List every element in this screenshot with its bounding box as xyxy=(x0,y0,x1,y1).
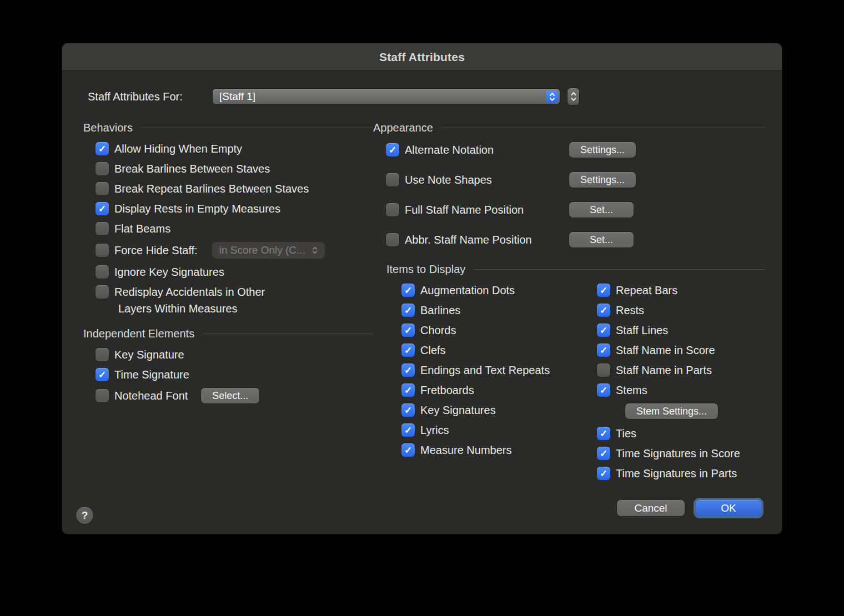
row-rests: ✓Rests xyxy=(569,304,765,317)
chevron-up-down-icon xyxy=(549,92,555,102)
checkbox-label: Alternate Notation xyxy=(405,143,569,156)
row-key-signature: Key Signature xyxy=(83,348,373,361)
force-hide-staff-select[interactable]: in Score Only (C... xyxy=(212,242,325,259)
repeat-bars-checkbox[interactable]: ✓ xyxy=(597,284,610,297)
redisplay-accidentals-in-other-checkbox[interactable] xyxy=(96,285,109,299)
alternate-notation-checkbox[interactable]: ✓ xyxy=(386,143,399,156)
staff-stepper[interactable] xyxy=(567,88,579,105)
barlines-checkbox[interactable]: ✓ xyxy=(401,304,415,317)
staff-name-in-score-checkbox[interactable]: ✓ xyxy=(597,344,610,357)
behaviors-list: ✓Allow Hiding When EmptyBreak Barlines B… xyxy=(83,142,373,315)
checkbox-label: Display Rests in Empty Measures xyxy=(114,202,280,215)
staff-lines-checkbox[interactable]: ✓ xyxy=(597,324,610,337)
independent-elements-title: Independent Elements xyxy=(83,327,194,340)
stem-settings-button[interactable]: Stem Settings... xyxy=(625,403,718,419)
row-barlines: ✓Barlines xyxy=(373,304,569,317)
row-repeat-bars: ✓Repeat Bars xyxy=(569,284,765,297)
behaviors-section-header: Behaviors xyxy=(83,122,373,134)
row-stems: ✓Stems xyxy=(569,383,765,397)
help-button[interactable]: ? xyxy=(76,507,93,524)
row-time-signatures-in-score: ✓Time Signatures in Score xyxy=(569,447,765,460)
row-display-rests-in-empty-measures: ✓Display Rests in Empty Measures xyxy=(83,202,373,215)
select-button[interactable]: Select... xyxy=(201,388,259,403)
section-divider xyxy=(140,128,373,128)
checkbox-label: Time Signatures in Score xyxy=(616,447,740,460)
checkbox-label: Key Signatures xyxy=(420,403,496,417)
checkbox-label: Chords xyxy=(420,324,456,337)
footer-buttons: Cancel OK xyxy=(617,500,761,516)
set-button[interactable]: Set... xyxy=(569,202,634,218)
set-button[interactable]: Set... xyxy=(569,232,634,248)
behaviors-title: Behaviors xyxy=(83,122,133,134)
key-signatures-checkbox[interactable]: ✓ xyxy=(401,403,415,417)
checkbox-label: Staff Lines xyxy=(616,324,668,337)
row-chords: ✓Chords xyxy=(373,324,569,337)
lyrics-checkbox[interactable]: ✓ xyxy=(401,423,415,437)
checkbox-label: Staff Name in Score xyxy=(616,344,715,357)
row-force-hide-staff: Force Hide Staff:in Score Only (C... xyxy=(83,242,373,259)
measure-numbers-checkbox[interactable]: ✓ xyxy=(401,443,415,457)
checkbox-label: Rests xyxy=(616,304,644,317)
allow-hiding-when-empty-checkbox[interactable]: ✓ xyxy=(96,142,109,155)
items-to-display-title: Items to Display xyxy=(386,263,465,276)
items-to-display-left-list: ✓Augmentation Dots✓Barlines✓Chords✓Clefs… xyxy=(373,284,569,487)
key-signature-checkbox[interactable] xyxy=(96,348,109,361)
row-alternate-notation: ✓Alternate NotationSettings... xyxy=(373,142,765,158)
stepper-chevron-up-down-icon xyxy=(570,90,577,103)
settings-button[interactable]: Settings... xyxy=(569,172,636,188)
row-ignore-key-signatures: Ignore Key Signatures xyxy=(83,265,373,279)
time-signatures-in-parts-checkbox[interactable]: ✓ xyxy=(597,467,610,480)
checkbox-label-line2: Layers Within Measures xyxy=(114,302,265,315)
time-signature-checkbox[interactable]: ✓ xyxy=(96,368,109,381)
dialog-content: Staff Attributes For: [Staff 1] Behavior… xyxy=(62,71,782,487)
time-signatures-in-score-checkbox[interactable]: ✓ xyxy=(597,447,610,460)
checkbox-label: Ties xyxy=(616,427,636,440)
settings-button[interactable]: Settings... xyxy=(569,142,636,158)
row-break-repeat-barlines-between-staves: Break Repeat Barlines Between Staves xyxy=(83,182,373,195)
row-staff-name-in-parts: Staff Name in Parts xyxy=(569,363,765,377)
row-break-barlines-between-staves: Break Barlines Between Staves xyxy=(83,162,373,175)
checkbox-label: Full Staff Name Position xyxy=(405,203,569,216)
row-lyrics: ✓Lyrics xyxy=(373,423,569,437)
staff-name-in-parts-checkbox[interactable] xyxy=(597,363,610,377)
ignore-key-signatures-checkbox[interactable] xyxy=(96,265,109,279)
checkbox-label: Repeat Bars xyxy=(616,284,677,297)
chords-checkbox[interactable]: ✓ xyxy=(401,324,415,337)
row-use-note-shapes: Use Note ShapesSettings... xyxy=(373,172,765,188)
display-rests-in-empty-measures-checkbox[interactable]: ✓ xyxy=(96,202,109,215)
abbr-staff-name-position-checkbox[interactable] xyxy=(386,233,399,246)
notehead-font-checkbox[interactable] xyxy=(96,389,109,402)
force-hide-staff-checkbox[interactable] xyxy=(96,244,109,257)
rests-checkbox[interactable]: ✓ xyxy=(597,304,610,317)
use-note-shapes-checkbox[interactable] xyxy=(386,173,399,186)
stems-checkbox[interactable]: ✓ xyxy=(597,383,610,397)
titlebar[interactable]: Staff Attributes xyxy=(62,43,782,71)
dialog-columns: Behaviors ✓Allow Hiding When EmptyBreak … xyxy=(62,122,782,487)
checkbox-label: Clefs xyxy=(420,344,446,357)
endings-and-text-repeats-checkbox[interactable]: ✓ xyxy=(401,363,415,377)
checkbox-label: Allow Hiding When Empty xyxy=(114,142,242,155)
row-key-signatures: ✓Key Signatures xyxy=(373,403,569,417)
select-value: in Score Only (C... xyxy=(219,244,305,256)
flat-beams-checkbox[interactable] xyxy=(96,222,109,235)
full-staff-name-position-checkbox[interactable] xyxy=(386,203,399,216)
items-to-display-section-header: Items to Display xyxy=(373,263,765,276)
checkbox-label: Staff Name in Parts xyxy=(616,363,712,377)
row-time-signature: ✓Time Signature xyxy=(83,368,373,381)
staff-selector-popup[interactable]: [Staff 1] xyxy=(213,89,560,104)
fretboards-checkbox[interactable]: ✓ xyxy=(401,383,415,397)
right-column: Appearance ✓Alternate NotationSettings..… xyxy=(373,122,782,487)
appearance-list: ✓Alternate NotationSettings...Use Note S… xyxy=(373,142,765,248)
staff-attributes-dialog: Staff Attributes Staff Attributes For: [… xyxy=(62,43,782,534)
appearance-section-header: Appearance xyxy=(373,122,765,134)
cancel-button[interactable]: Cancel xyxy=(617,500,685,516)
ok-button[interactable]: OK xyxy=(696,500,761,516)
checkbox-label: Force Hide Staff: xyxy=(114,244,198,257)
row-ties: ✓Ties xyxy=(569,427,765,440)
checkbox-label: Lyrics xyxy=(420,423,449,437)
ties-checkbox[interactable]: ✓ xyxy=(597,427,610,440)
clefs-checkbox[interactable]: ✓ xyxy=(401,344,415,357)
break-barlines-between-staves-checkbox[interactable] xyxy=(96,162,109,175)
augmentation-dots-checkbox[interactable]: ✓ xyxy=(401,284,415,297)
break-repeat-barlines-between-staves-checkbox[interactable] xyxy=(96,182,109,195)
